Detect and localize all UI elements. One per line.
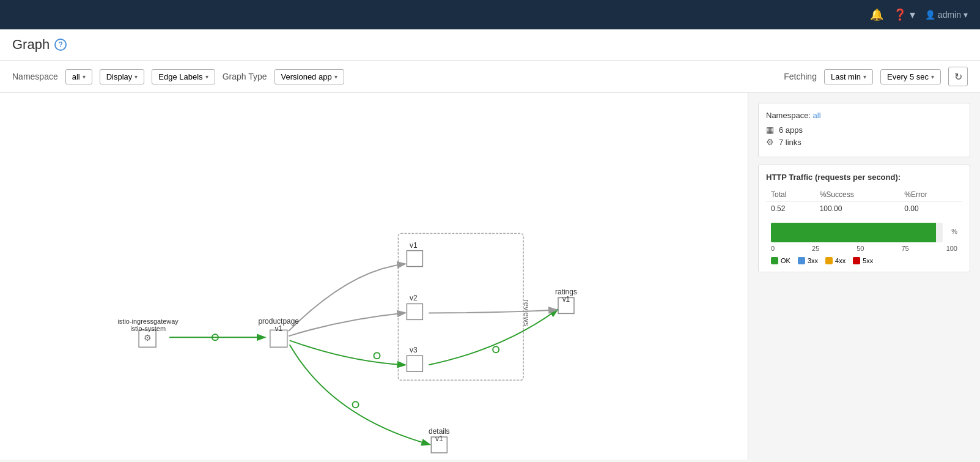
links-count: 7 links xyxy=(779,138,801,147)
legend-ok: OK xyxy=(771,257,790,264)
refresh-icon: ↻ xyxy=(954,71,962,83)
namespace-info-section: Namespace: all ▦ 6 apps ⚙ 7 links xyxy=(758,103,970,157)
axis-75: 75 xyxy=(901,245,908,252)
bar-axis: 0 25 50 75 100 xyxy=(771,245,957,252)
display-label: Display xyxy=(106,72,133,81)
axis-50: 50 xyxy=(857,245,864,252)
legend-4xx-color xyxy=(825,257,833,264)
namespace-label: Namespace xyxy=(12,72,58,81)
last-min-label: Last min xyxy=(831,72,861,81)
bar-chart xyxy=(771,223,943,242)
svg-text:⚙: ⚙ xyxy=(144,333,152,343)
namespace-info-value[interactable]: all xyxy=(813,111,821,120)
svg-text:v3: v3 xyxy=(410,346,418,354)
links-icon: ⚙ xyxy=(766,137,774,147)
legend-ok-color xyxy=(771,257,778,264)
col-error: %Error xyxy=(899,188,962,202)
cell-total: 0.52 xyxy=(766,202,815,216)
svg-rect-18 xyxy=(407,356,422,371)
namespace-info: Namespace: all xyxy=(766,111,962,120)
http-traffic-title: HTTP Traffic (requests per second): xyxy=(766,173,962,182)
col-total: Total xyxy=(766,188,815,202)
svg-text:istio-ingressgateway: istio-ingressgateway xyxy=(117,318,179,325)
http-traffic-section: HTTP Traffic (requests per second): Tota… xyxy=(758,165,970,272)
namespace-info-label: Namespace: xyxy=(766,111,811,120)
graph-svg: reviews ⚙ istio-ingressgateway ist xyxy=(0,93,748,460)
fetching-label: Fetching xyxy=(784,72,817,81)
every-5-sec-chevron: ▾ xyxy=(931,73,934,80)
namespace-select[interactable]: all ▾ xyxy=(65,69,92,84)
user-chevron: ▾ xyxy=(963,10,968,20)
svg-text:istio-system: istio-system xyxy=(130,325,166,332)
toolbar: Namespace all ▾ Display ▾ Edge Labels ▾ … xyxy=(0,61,980,93)
display-select[interactable]: Display ▾ xyxy=(100,69,145,84)
svg-text:v1: v1 xyxy=(274,324,282,333)
legend-ok-label: OK xyxy=(781,257,790,264)
axis-100: 100 xyxy=(946,245,957,252)
bar-chart-container: % 0 25 50 75 100 OK 3xx xyxy=(766,223,962,264)
svg-text:v1: v1 xyxy=(562,295,570,304)
last-min-chevron: ▾ xyxy=(863,73,866,80)
bell-icon[interactable]: 🔔 xyxy=(870,8,883,21)
legend-4xx: 4xx xyxy=(825,257,846,264)
legend-3xx: 3xx xyxy=(798,257,818,264)
legend-4xx-label: 4xx xyxy=(835,257,846,264)
page-header: Graph ? xyxy=(0,29,980,61)
axis-25: 25 xyxy=(812,245,819,252)
legend-5xx: 5xx xyxy=(853,257,873,264)
svg-text:v1: v1 xyxy=(435,434,443,443)
http-traffic-table: Total %Success %Error 0.52 100.00 0.00 xyxy=(766,188,962,215)
user-label: admin xyxy=(938,10,961,20)
page-help-icon[interactable]: ? xyxy=(54,39,67,51)
every-5-sec-label: Every 5 sec xyxy=(887,72,929,81)
apps-icon: ▦ xyxy=(766,125,774,135)
namespace-chevron: ▾ xyxy=(83,73,86,80)
cell-success: 100.00 xyxy=(815,202,900,216)
svg-rect-16 xyxy=(407,304,422,319)
edge-labels-label: Edge Labels xyxy=(158,72,202,81)
svg-text:v2: v2 xyxy=(410,294,418,302)
display-chevron: ▾ xyxy=(134,73,138,80)
graph-type-label: Graph Type xyxy=(223,72,267,81)
col-success: %Success xyxy=(815,188,900,202)
legend-3xx-color xyxy=(798,257,805,264)
legend-5xx-label: 5xx xyxy=(863,257,873,264)
edge-labels-select[interactable]: Edge Labels ▾ xyxy=(152,69,215,84)
links-stat: ⚙ 7 links xyxy=(766,137,962,147)
svg-text:v1: v1 xyxy=(410,241,418,250)
axis-0: 0 xyxy=(771,245,775,252)
svg-point-4 xyxy=(374,352,380,359)
graph-type-chevron: ▾ xyxy=(334,73,337,80)
svg-point-6 xyxy=(353,401,359,408)
graph-type-value: Versioned app xyxy=(281,72,332,81)
bar-ok xyxy=(771,223,936,242)
apps-stat: ▦ 6 apps xyxy=(766,125,962,135)
svg-point-5 xyxy=(493,346,499,352)
last-min-select[interactable]: Last min ▾ xyxy=(824,69,873,84)
svg-text:reviews: reviews xyxy=(522,299,531,326)
top-navigation: 🔔 ❓ ▾ 👤 admin ▾ xyxy=(0,0,980,29)
graph-canvas[interactable]: reviews ⚙ istio-ingressgateway ist xyxy=(0,93,748,460)
graph-type-select[interactable]: Versioned app ▾ xyxy=(274,69,344,84)
bar-percent-label: % xyxy=(951,228,957,235)
svg-rect-14 xyxy=(407,251,422,267)
user-menu[interactable]: 👤 admin ▾ xyxy=(925,10,968,20)
every-5-sec-select[interactable]: Every 5 sec ▾ xyxy=(880,69,941,84)
user-icon: 👤 xyxy=(925,10,935,20)
bar-legend: OK 3xx 4xx 5xx xyxy=(771,257,957,264)
edge-labels-chevron: ▾ xyxy=(205,73,208,80)
legend-3xx-label: 3xx xyxy=(808,257,818,264)
table-header-row: Total %Success %Error xyxy=(766,188,962,202)
main-content: reviews ⚙ istio-ingressgateway ist xyxy=(0,93,980,460)
side-panel: Namespace: all ▦ 6 apps ⚙ 7 links HTTP T… xyxy=(748,93,980,460)
cell-error: 0.00 xyxy=(899,202,962,216)
page-title: Graph xyxy=(12,37,50,53)
table-row: 0.52 100.00 0.00 xyxy=(766,202,962,216)
help-menu-icon[interactable]: ❓ ▾ xyxy=(893,8,915,21)
refresh-button[interactable]: ↻ xyxy=(948,67,968,86)
apps-count: 6 apps xyxy=(779,125,803,135)
legend-5xx-color xyxy=(853,257,860,264)
namespace-value: all xyxy=(72,72,80,81)
